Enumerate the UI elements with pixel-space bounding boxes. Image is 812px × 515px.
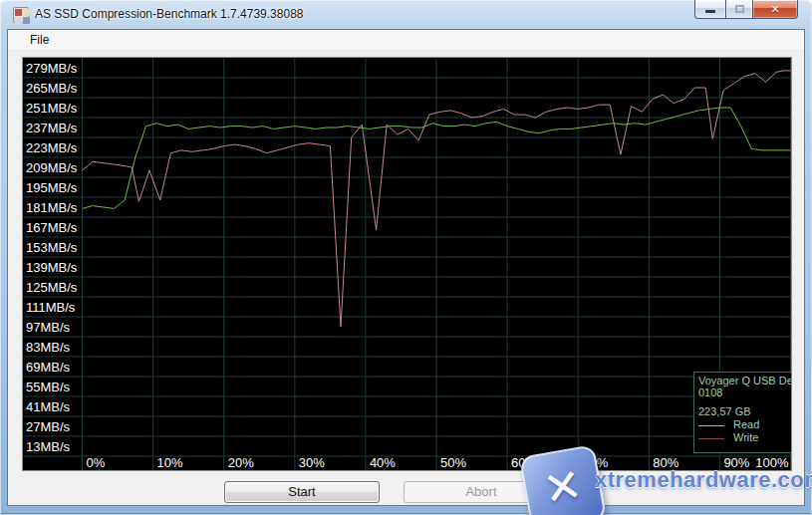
svg-text:209MB/s: 209MB/s (26, 160, 78, 175)
svg-text:251MB/s: 251MB/s (26, 101, 78, 116)
legend-capacity: 223,57 GB (698, 405, 792, 417)
start-button[interactable]: Start (224, 481, 380, 503)
legend-read-label: Read (733, 418, 759, 430)
svg-text:30%: 30% (299, 455, 325, 470)
svg-text:70%: 70% (582, 455, 608, 470)
chart-panel: 279MB/s265MB/s251MB/s237MB/s223MB/s209MB… (22, 57, 792, 471)
legend-write-row: Write (698, 431, 792, 443)
close-icon: ✕ (753, 0, 797, 18)
svg-text:279MB/s: 279MB/s (26, 61, 78, 76)
minimize-button[interactable] (694, 0, 725, 19)
minimize-icon (705, 10, 715, 13)
app-window: AS SSD Compression-Benchmark 1.7.4739.38… (0, 0, 812, 515)
legend-read-row: Read (698, 418, 792, 430)
svg-text:181MB/s: 181MB/s (26, 200, 78, 215)
svg-text:237MB/s: 237MB/s (26, 121, 78, 135)
svg-text:139MB/s: 139MB/s (26, 260, 78, 275)
svg-text:80%: 80% (653, 455, 678, 470)
svg-text:13MB/s: 13MB/s (26, 439, 71, 454)
svg-text:0%: 0% (87, 455, 106, 470)
menu-item-file[interactable]: File (21, 30, 58, 50)
svg-text:167MB/s: 167MB/s (26, 220, 78, 235)
svg-text:60%: 60% (511, 455, 537, 470)
read-line-swatch (698, 425, 724, 426)
svg-text:10%: 10% (157, 455, 183, 470)
svg-text:55MB/s: 55MB/s (26, 380, 71, 394)
svg-text:125MB/s: 125MB/s (26, 280, 78, 295)
legend-device-name: Voyager Q USB Dev (698, 375, 792, 386)
svg-text:100%: 100% (755, 455, 789, 470)
client-area: File 279MB/s265MB/s251MB/s237MB/s223MB/s… (8, 30, 804, 505)
svg-text:20%: 20% (228, 455, 254, 470)
app-icon (13, 7, 29, 23)
svg-text:223MB/s: 223MB/s (26, 140, 78, 155)
legend-device-id: 0108 (698, 386, 792, 398)
window-controls: ✕ (694, 0, 798, 19)
svg-text:83MB/s: 83MB/s (26, 340, 71, 355)
menubar: File (8, 30, 804, 51)
svg-text:41MB/s: 41MB/s (26, 399, 71, 414)
svg-text:40%: 40% (370, 455, 396, 470)
maximize-icon (735, 5, 744, 13)
svg-text:265MB/s: 265MB/s (26, 81, 78, 96)
svg-text:27MB/s: 27MB/s (26, 419, 71, 434)
write-line-swatch (698, 438, 724, 439)
svg-text:195MB/s: 195MB/s (26, 180, 78, 195)
svg-text:90%: 90% (723, 455, 749, 470)
abort-button[interactable]: Abort (404, 481, 559, 503)
titlebar[interactable]: AS SSD Compression-Benchmark 1.7.4739.38… (0, 0, 812, 30)
svg-text:50%: 50% (440, 455, 466, 470)
legend-write-label: Write (733, 431, 758, 443)
svg-text:97MB/s: 97MB/s (26, 320, 71, 335)
close-button[interactable]: ✕ (753, 0, 798, 19)
svg-text:69MB/s: 69MB/s (26, 360, 71, 375)
maximize-button[interactable] (725, 0, 753, 19)
svg-text:153MB/s: 153MB/s (26, 240, 78, 255)
window-title: AS SSD Compression-Benchmark 1.7.4739.38… (35, 0, 303, 30)
svg-text:111MB/s: 111MB/s (26, 300, 76, 315)
chart-legend: Voyager Q USB Dev 0108 223,57 GB Read Wr… (693, 372, 792, 453)
chart-svg: 279MB/s265MB/s251MB/s237MB/s223MB/s209MB… (23, 58, 791, 470)
